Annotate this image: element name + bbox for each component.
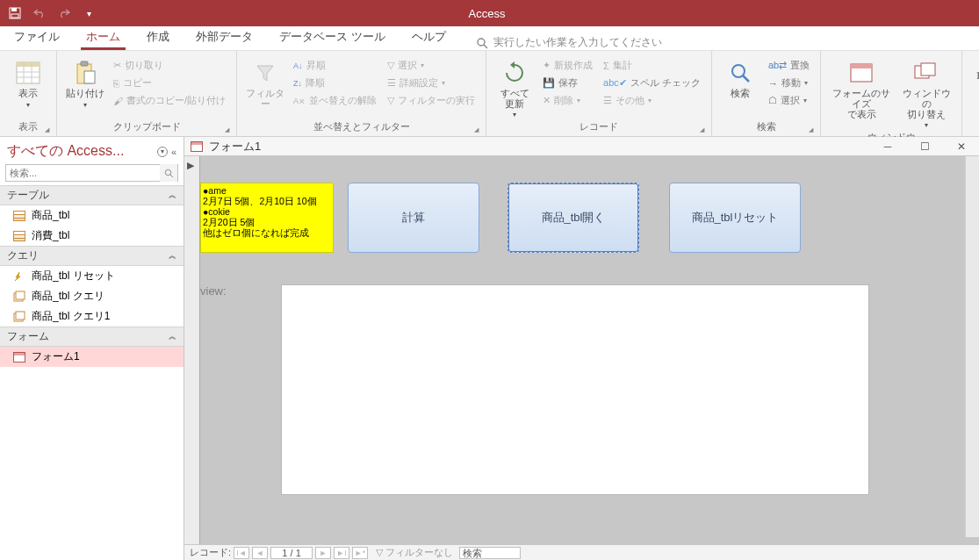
tab-database-tools[interactable]: データベース ツール [274,25,391,50]
nav-next-button[interactable]: ► [315,547,331,559]
save-record-button[interactable]: 💾保存 [541,75,594,90]
nav-prev-button[interactable]: ◄ [252,547,268,559]
spell-check-button[interactable]: abc✔スペル チェック [601,75,702,90]
category-forms[interactable]: フォーム︽ [0,327,184,347]
query-item[interactable]: 商品_tbl クエリ1 [0,306,184,327]
format-painter-button[interactable]: 🖌書式のコピー/貼り付け [112,93,227,108]
group-label-clipboard: クリップボード [66,118,227,136]
table-item[interactable]: 商品_tbl [0,205,184,226]
quick-access-toolbar: ▾ [0,2,100,25]
size-to-fit-button[interactable]: フォームのサイズ で表示 [830,60,893,119]
tab-help[interactable]: ヘルプ [407,25,451,50]
filter-button[interactable]: フィルター [246,60,284,109]
forms-list: フォーム1 [0,347,184,367]
refresh-icon [501,60,528,86]
ribbon-group-window: フォームのサイズ で表示 ウィンドウの 切り替え ▾ ウィンドウ [821,51,962,136]
svg-point-14 [732,65,745,77]
group-label-records: レコード [495,118,702,136]
action-query-icon [12,270,26,283]
record-label: レコード: [190,546,231,559]
new-icon: ✦ [543,60,551,71]
tell-me-box[interactable]: 実行したい作業を入力してください [476,35,662,50]
nav-last-button[interactable]: ►I [334,547,349,559]
table-item[interactable]: 消費_tbl [0,226,184,246]
magnifier-icon [727,60,753,86]
search-icon [476,37,488,49]
tab-file[interactable]: ファイル [9,25,65,50]
clear-sort-icon: A⨯ [293,97,306,105]
cut-button[interactable]: ✂切り取り [112,58,227,73]
sort-asc-button[interactable]: A↓昇順 [292,58,378,73]
svg-rect-2 [11,14,18,18]
minimize-button[interactable]: ─ [875,138,900,155]
qat-save-button[interactable] [4,2,26,25]
svg-point-3 [478,39,485,46]
navpane-title: すべての Access... [7,142,124,161]
search-icon[interactable] [160,164,177,182]
goto-button[interactable]: →移動 ▾ [767,75,811,90]
navpane-title-row[interactable]: すべての Access... ▾ « [0,137,184,162]
record-navigator: レコード: I◄ ◄ 1 / 1 ► ►I ►* ▽フィルターなし 検索 [184,544,979,560]
svg-rect-19 [921,63,935,75]
tab-home[interactable]: ホーム [81,25,126,50]
clear-sort-button[interactable]: A⨯並べ替えの解除 [292,93,378,108]
workspace: すべての Access... ▾ « テーブル︽ 商品_tbl 消費_tbl ク… [0,137,979,560]
datasheet-icon [15,60,41,86]
replace-button[interactable]: ab⇄置換 [767,58,811,73]
nav-first-button[interactable]: I◄ [234,547,249,559]
vertical-scrollbar[interactable] [965,156,979,537]
refresh-all-button[interactable]: すべて 更新 ▾ [495,60,534,118]
qat-undo-button[interactable] [28,2,51,25]
query-item[interactable]: 商品_tbl リセット [0,266,184,286]
tab-create[interactable]: 作成 [141,25,175,50]
chevron-down-icon[interactable]: ▾ [157,147,168,157]
calc-button[interactable]: 計算 [348,183,479,253]
open-table-button[interactable]: 商品_tbl開く [507,183,639,253]
category-tables[interactable]: テーブル︽ [0,185,184,205]
query-item[interactable]: 商品_tbl クエリ [0,286,184,306]
maximize-button[interactable]: ☐ [912,138,937,155]
form-icon [190,140,204,153]
collapse-pane-icon[interactable]: « [171,147,176,157]
tab-external-data[interactable]: 外部データ [191,25,258,50]
category-queries[interactable]: クエリ︽ [0,246,184,266]
advanced-filter-button[interactable]: ☰詳細設定 ▾ [385,75,477,90]
record-position[interactable]: 1 / 1 [270,547,313,559]
paste-button[interactable]: 貼り付け▾ [66,60,104,110]
reset-table-button[interactable]: 商品_tblリセット [669,183,801,253]
view-button[interactable]: 表示▾ [9,60,47,110]
totals-button[interactable]: Σ集計 [601,58,702,73]
ribbon-group-format: B I U . [962,51,979,136]
find-button[interactable]: 検索 [721,60,759,98]
delete-record-button[interactable]: ✕削除 ▾ [541,93,594,108]
table-icon [12,230,26,242]
qat-customize-button[interactable]: ▾ [77,2,100,25]
nav-new-button[interactable]: ►* [352,547,368,559]
qat-redo-button[interactable] [53,2,76,25]
view-textbox[interactable] [281,284,869,495]
navpane-search-input[interactable] [6,168,160,178]
svg-rect-1 [11,8,17,11]
form-item[interactable]: フォーム1 [0,347,184,367]
select-icon: ☖ [768,95,777,106]
switch-windows-button[interactable]: ウィンドウの 切り替え ▾ [900,60,953,129]
close-button[interactable]: ✕ [949,138,974,155]
record-selector[interactable]: ▶ [184,156,200,544]
toggle-filter-button[interactable]: ▽フィルターの実行 [385,93,477,108]
more-records-button[interactable]: ☰その他 ▾ [601,93,702,108]
record-search-box[interactable]: 検索 [459,547,521,559]
toggle-filter-icon: ▽ [387,95,394,106]
new-record-button[interactable]: ✦新規作成 [541,58,594,73]
selection-filter-button[interactable]: ▽選択 ▾ [385,58,477,73]
replace-icon: ab⇄ [768,60,787,71]
select-button[interactable]: ☖選択 ▾ [767,93,811,108]
sort-desc-button[interactable]: Z↓降順 [292,75,378,90]
copy-button[interactable]: ⎘コピー [112,75,227,90]
chevron-up-icon: ︽ [169,250,176,262]
tell-me-placeholder: 実行したい作業を入力してください [493,35,662,50]
navpane-search[interactable] [5,164,178,182]
advanced-icon: ☰ [387,77,396,89]
ribbon-group-sort-filter: フィルター A↓昇順 Z↓降順 A⨯並べ替えの解除 ▽選択 ▾ ☰詳細設定 ▾ … [237,51,486,136]
delete-icon: ✕ [543,95,551,106]
document-area: フォーム1 ─ ☐ ✕ ▶ ●ame 2月7日 5個、2月10日 10個 ●co… [184,137,979,560]
